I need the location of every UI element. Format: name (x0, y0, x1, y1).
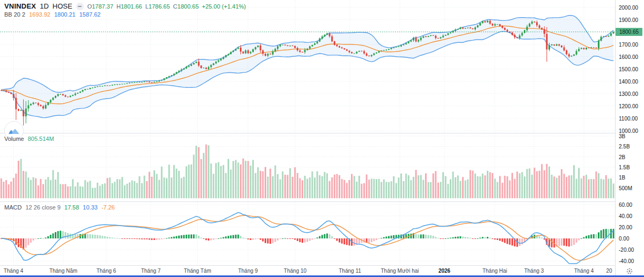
axis-tick-label: 1B (619, 175, 625, 181)
bb-lower-value: 1587.62 (79, 11, 101, 18)
axis-tick-label: 500M (619, 185, 632, 191)
volume-label: Volume (4, 136, 24, 142)
axis-tick-label: 1200.00 (619, 103, 638, 109)
axis-tick-label: 60.00 (619, 202, 632, 208)
time-tick-label: Tháng Mười hai (380, 268, 419, 274)
macd-pane[interactable] (1, 213, 614, 264)
time-tick-label: Tháng Tám (184, 268, 211, 274)
axis-tick-label: 1.5B (619, 164, 630, 170)
time-axis[interactable]: Tháng 4Tháng NămTháng 6Tháng 7Tháng TámT… (0, 265, 616, 276)
time-tick-label: Tháng 9 (238, 268, 258, 274)
axis-tick-label: 3B (619, 133, 625, 139)
macd-signal-value: -7.26 (101, 204, 115, 211)
chart-canvas[interactable] (0, 0, 616, 275)
time-tick-label: Tháng 10 (284, 268, 306, 274)
bollinger-band (1, 16, 613, 118)
time-tick-label: 2026 (438, 268, 450, 274)
price-pane[interactable] (1, 19, 614, 125)
bb-legend[interactable]: BB 20 2 1693.92 1800.21 1587.62 (4, 11, 100, 18)
exchange-label: HOSE (53, 2, 72, 10)
volume-value: 805.514M (28, 136, 54, 142)
ohlc-values: O1787.37 H1801.66 L1786.65 C1800.65 +25.… (87, 3, 246, 10)
time-tick-label: Tháng 4 (574, 268, 594, 274)
mountain-icon (9, 127, 19, 134)
symbol-legend[interactable]: VNINDEX 1D HOSE O1787.37 H1801.66 L1786.… (4, 2, 246, 10)
symbol-name: VNINDEX (4, 2, 36, 10)
bb-upper-value: 1800.21 (54, 11, 76, 18)
axis-tick-label: 2B (619, 154, 625, 160)
chart-widget: VNINDEX 1D HOSE O1787.37 H1801.66 L1786.… (0, 0, 644, 277)
low-value: 1786.65 (149, 3, 170, 10)
axis-tick-label: 2000.00 (619, 4, 638, 10)
axis-tick-label: 1100.00 (619, 115, 638, 121)
open-value: 1787.37 (92, 3, 113, 10)
time-tick-label: Tháng 6 (97, 268, 116, 274)
macd-line-value: 10.33 (83, 204, 98, 211)
axis-tick-label: 1600.00 (619, 54, 638, 59)
axis-tick-label: 2.5B (619, 144, 630, 149)
time-tick-label: 20 (606, 268, 612, 274)
axis-tick-label: 40.00 (619, 213, 632, 219)
interval-label: 1D (40, 2, 49, 10)
macd-legend[interactable]: MACD 12 26 close 9 17.58 10.33 -7.26 (4, 204, 115, 211)
time-tick-label: Tháng 3 (524, 268, 544, 274)
axis-tick-label: 1500.00 (619, 66, 638, 72)
axis-tick-label: 20.00 (619, 224, 632, 230)
axis-separator (615, 0, 616, 275)
price-axis[interactable]: 2000.001900.001800.001700.001600.001500.… (616, 0, 644, 275)
bb-basis-value: 1693.92 (29, 11, 50, 18)
time-tick-label: Tháng Hai (482, 268, 507, 274)
settings-gear-icon[interactable] (626, 267, 633, 275)
axis-tick-label: 1700.00 (619, 41, 638, 47)
axis-tick-label: 1300.00 (619, 91, 638, 96)
time-tick-label: Tháng Năm (49, 268, 77, 274)
time-tick-label: Tháng 4 (4, 268, 24, 274)
time-tick-label: Tháng 7 (141, 268, 161, 274)
axis-tick-label: -40.00 (619, 258, 634, 264)
macd-label: MACD (4, 204, 21, 211)
change-value: +25.00 (+1.41%) (202, 3, 246, 10)
axis-tick-label: 0.00 (619, 236, 629, 242)
macd-hist-value: 17.58 (64, 204, 79, 211)
high-value: 1801.66 (121, 3, 142, 10)
hide-series-button[interactable] (76, 3, 84, 10)
last-price-badge: 1800.65 (616, 28, 642, 36)
volume-legend[interactable]: Volume 805.514M (4, 136, 54, 142)
axis-tick-label: 1400.00 (619, 78, 638, 84)
axis-tick-label: -20.00 (619, 247, 634, 253)
volume-pane[interactable] (1, 145, 614, 198)
macd-params: 12 26 close 9 (25, 204, 60, 211)
minus-icon (78, 6, 82, 7)
time-tick-label: Tháng 11 (339, 268, 361, 274)
axis-tick-label: 1900.00 (619, 17, 638, 23)
bb-label: BB 20 2 (4, 11, 25, 18)
close-value: 1800.65 (178, 3, 199, 10)
